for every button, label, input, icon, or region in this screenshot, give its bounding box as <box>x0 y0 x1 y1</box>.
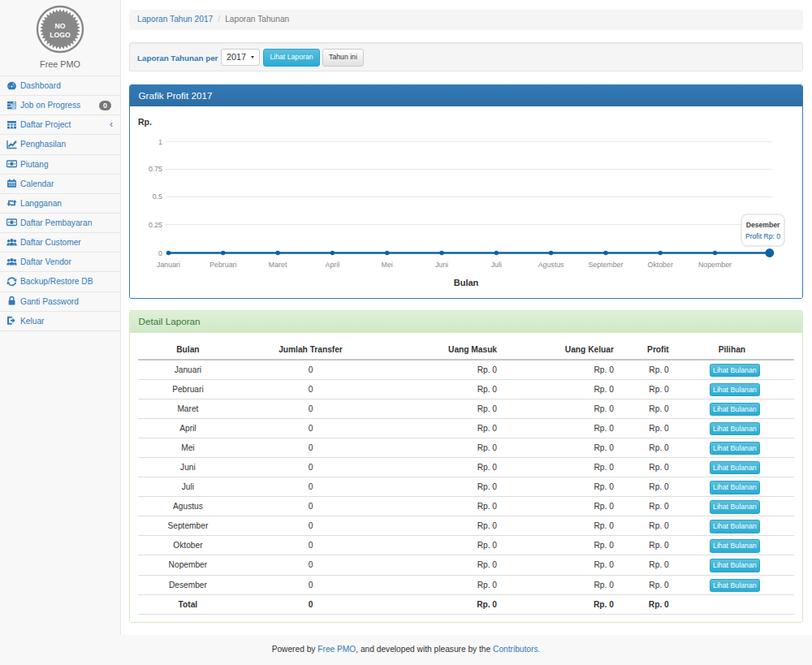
svg-text:LOGO: LOGO <box>50 31 71 39</box>
svg-text:Juni: Juni <box>435 261 448 269</box>
svg-text:Mei: Mei <box>382 261 393 269</box>
svg-text:0.5: 0.5 <box>153 192 162 201</box>
svg-text:Oktober: Oktober <box>648 261 673 269</box>
svg-text:Agustus: Agustus <box>538 261 564 269</box>
svg-text:0.75: 0.75 <box>149 165 162 173</box>
svg-text:0.25: 0.25 <box>149 221 162 229</box>
svg-text:Januari: Januari <box>157 261 180 269</box>
svg-text:Pebruari: Pebruari <box>209 261 236 269</box>
svg-text:Maret: Maret <box>269 261 287 269</box>
svg-text:Nopember: Nopember <box>698 261 732 269</box>
svg-text:NO: NO <box>54 22 65 30</box>
svg-text:September: September <box>588 261 623 269</box>
svg-text:1: 1 <box>158 138 162 146</box>
svg-text:Juli: Juli <box>491 261 502 269</box>
svg-text:0: 0 <box>158 249 162 257</box>
svg-text:April: April <box>326 261 340 269</box>
